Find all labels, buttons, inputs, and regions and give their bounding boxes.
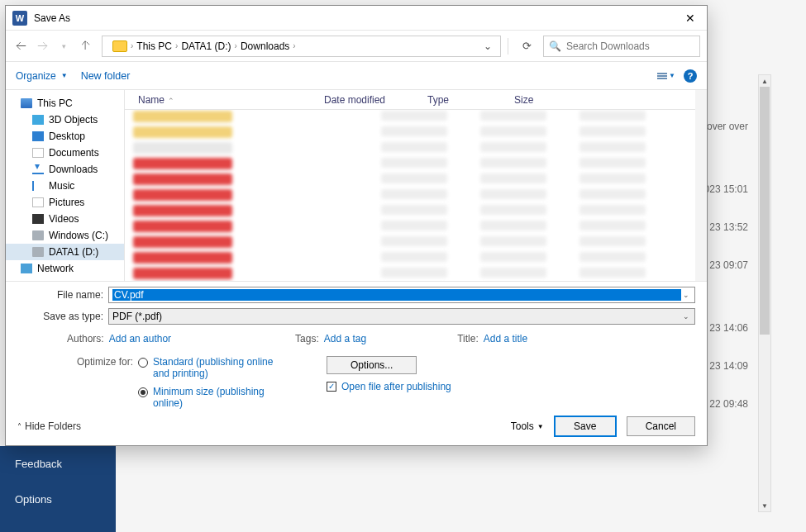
list-view-icon bbox=[657, 73, 667, 79]
sidebar-item-options[interactable]: Options bbox=[0, 482, 116, 517]
radio-icon bbox=[138, 387, 148, 397]
view-mode-button[interactable]: ▼ bbox=[657, 72, 675, 79]
refresh-button[interactable]: ⟳ bbox=[515, 38, 538, 55]
tree-item-this-pc[interactable]: This PC bbox=[6, 95, 124, 112]
col-type[interactable]: Type bbox=[422, 94, 509, 106]
list-item[interactable] bbox=[133, 236, 699, 251]
options-button[interactable]: Options... bbox=[327, 356, 417, 374]
radio-label: Standard (publishing online and printing… bbox=[153, 356, 277, 379]
optimize-minimum-radio[interactable]: Minimum size (publishing online) bbox=[138, 386, 277, 409]
open-after-label: Open file after publishing bbox=[341, 381, 451, 392]
app-sidebar: Feedback Options bbox=[0, 446, 116, 532]
dialog-title: Save As bbox=[34, 12, 674, 24]
optimize-standard-radio[interactable]: Standard (publishing online and printing… bbox=[138, 356, 277, 379]
help-icon[interactable]: ? bbox=[684, 69, 697, 83]
list-item[interactable] bbox=[133, 221, 699, 235]
list-item[interactable] bbox=[133, 173, 699, 188]
nav-tree[interactable]: This PC3D ObjectsDesktopDocumentsDownloa… bbox=[6, 90, 125, 281]
list-item[interactable] bbox=[133, 126, 699, 141]
breadcrumb-item[interactable]: Downloads bbox=[241, 40, 289, 52]
col-name[interactable]: Name⌃ bbox=[133, 94, 319, 106]
cancel-button[interactable]: Cancel bbox=[627, 416, 695, 436]
scroll-down-icon[interactable]: ▼ bbox=[759, 500, 770, 511]
list-body[interactable] bbox=[125, 110, 707, 281]
chevron-down-icon[interactable]: ⌄ bbox=[681, 291, 691, 299]
scroll-up-icon[interactable]: ▲ bbox=[759, 75, 770, 87]
tree-item-label: Videos bbox=[49, 213, 79, 225]
tools-menu[interactable]: Tools▼ bbox=[511, 420, 544, 432]
net-icon bbox=[21, 264, 32, 273]
title-field[interactable]: Add a title bbox=[484, 333, 527, 344]
radio-label: Minimum size (publishing online) bbox=[153, 386, 277, 409]
tree-item-downloads[interactable]: Downloads bbox=[6, 161, 124, 178]
col-date[interactable]: Date modified bbox=[319, 94, 422, 106]
breadcrumb-item[interactable]: This PC bbox=[136, 40, 172, 52]
list-item[interactable] bbox=[133, 158, 699, 173]
pic-icon bbox=[32, 197, 44, 207]
tree-item-3d-objects[interactable]: 3D Objects bbox=[6, 112, 124, 128]
save-as-dialog: Save As ✕ 🡠 🡢 ▾ 🡡 › This PC › DATA1 (D:)… bbox=[5, 5, 708, 446]
save-button[interactable]: Save bbox=[554, 416, 617, 437]
checkbox-icon bbox=[327, 382, 336, 392]
up-button[interactable]: 🡡 bbox=[77, 38, 93, 55]
list-scrollbar[interactable] bbox=[695, 90, 707, 281]
chevron-right-icon: › bbox=[131, 41, 133, 50]
address-dropdown-icon[interactable]: ⌄ bbox=[484, 40, 495, 52]
hide-folders-button[interactable]: ˄Hide Folders bbox=[17, 420, 81, 432]
organize-label: Organize bbox=[16, 70, 56, 82]
organize-menu[interactable]: Organize▼ bbox=[16, 70, 68, 82]
list-item[interactable] bbox=[133, 142, 699, 157]
list-item[interactable] bbox=[133, 268, 699, 281]
recent-dropdown[interactable]: ▾ bbox=[55, 38, 72, 55]
chevron-down-icon: ▼ bbox=[537, 423, 544, 430]
save-type-combo[interactable]: PDF (*.pdf) ⌄ bbox=[108, 308, 695, 325]
optimize-block: Optimize for: Standard (publishing onlin… bbox=[17, 356, 695, 409]
back-button[interactable]: 🡠 bbox=[12, 38, 29, 55]
tree-item-music[interactable]: Music bbox=[6, 178, 124, 194]
col-size[interactable]: Size bbox=[509, 94, 575, 106]
titlebar: Save As ✕ bbox=[6, 6, 707, 31]
tree-item-documents[interactable]: Documents bbox=[6, 145, 124, 161]
list-item[interactable] bbox=[133, 205, 699, 220]
tree-item-label: Music bbox=[49, 180, 74, 192]
desktop-icon bbox=[32, 131, 44, 141]
new-folder-button[interactable]: New folder bbox=[81, 70, 131, 82]
tree-item-label: DATA1 (D:) bbox=[49, 246, 98, 258]
file-name-combo[interactable]: CV.pdf ⌄ bbox=[108, 287, 695, 303]
chevron-down-icon: ▼ bbox=[669, 72, 675, 79]
sidebar-item-feedback[interactable]: Feedback bbox=[0, 446, 116, 482]
tree-item-desktop[interactable]: Desktop bbox=[6, 128, 124, 145]
list-item[interactable] bbox=[133, 252, 699, 267]
tree-item-windows-c-[interactable]: Windows (C:) bbox=[6, 227, 124, 244]
separator bbox=[508, 38, 508, 55]
tree-item-label: Desktop bbox=[49, 131, 85, 142]
3d-icon bbox=[32, 115, 44, 125]
list-item[interactable] bbox=[133, 111, 699, 126]
open-after-checkbox-row[interactable]: Open file after publishing bbox=[327, 381, 451, 392]
radio-icon bbox=[138, 358, 148, 368]
bg-scrollbar[interactable]: ▲ ▼ bbox=[758, 74, 771, 512]
chevron-down-icon[interactable]: ⌄ bbox=[681, 312, 691, 321]
tree-item-label: Documents bbox=[49, 147, 99, 159]
chevron-up-icon: ˄ bbox=[17, 422, 21, 431]
close-icon[interactable]: ✕ bbox=[674, 12, 707, 25]
tags-field[interactable]: Add a tag bbox=[324, 333, 366, 344]
bg-scrollbar-thumb[interactable] bbox=[760, 87, 770, 335]
tree-item-videos[interactable]: Videos bbox=[6, 211, 124, 227]
pc-icon bbox=[21, 98, 32, 108]
address-bar[interactable]: › This PC › DATA1 (D:) › Downloads › ⌄ bbox=[102, 36, 501, 57]
search-box[interactable]: 🔍 bbox=[543, 36, 700, 57]
list-item[interactable] bbox=[133, 189, 699, 204]
tree-item-label: Network bbox=[37, 263, 74, 274]
tree-item-data1-d-[interactable]: DATA1 (D:) bbox=[6, 244, 124, 260]
search-input[interactable] bbox=[566, 40, 694, 52]
file-name-value[interactable]: CV.pdf bbox=[112, 289, 681, 301]
breadcrumb-item[interactable]: DATA1 (D:) bbox=[181, 40, 231, 52]
tree-item-network[interactable]: Network bbox=[6, 260, 124, 277]
drive-icon bbox=[32, 230, 44, 240]
tree-item-pictures[interactable]: Pictures bbox=[6, 194, 124, 211]
authors-field[interactable]: Add an author bbox=[109, 333, 171, 344]
chevron-right-icon: › bbox=[293, 41, 295, 50]
folder-icon bbox=[112, 40, 127, 52]
tree-item-label: Windows (C:) bbox=[49, 230, 108, 241]
